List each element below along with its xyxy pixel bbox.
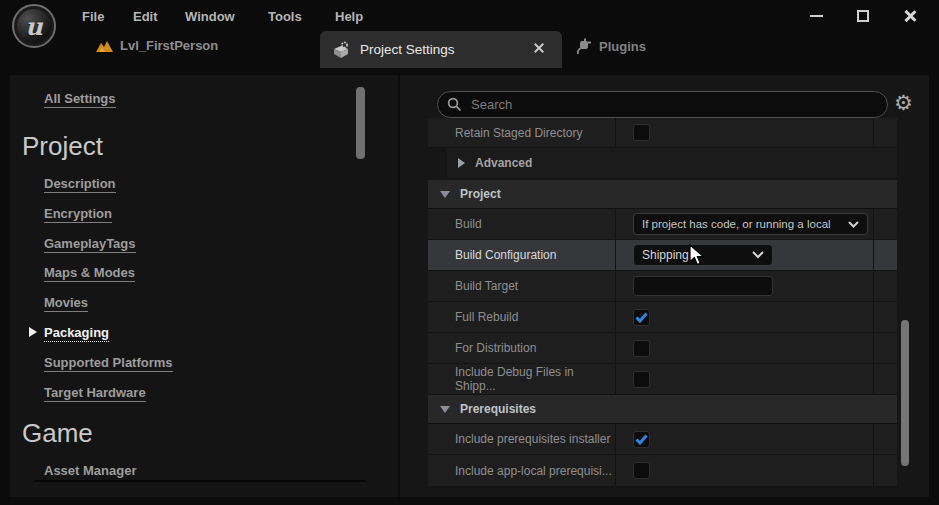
sidebar-item-movies[interactable]: Movies	[44, 295, 88, 312]
setting-row-full-rebuild: Full Rebuild	[428, 302, 897, 333]
setting-row-build-configuration[interactable]: Build Configuration Shipping	[428, 240, 897, 271]
tab-close-button[interactable]	[532, 41, 546, 55]
build-configuration-value: Shipping	[642, 248, 689, 262]
tab-project-settings-label: Project Settings	[360, 42, 455, 57]
sidebar-item-asset-manager[interactable]: Asset Manager	[44, 463, 136, 479]
sidebar-item-description[interactable]: Description	[44, 176, 116, 193]
setting-label: Include prerequisites installer	[428, 424, 616, 454]
setting-label: For Distribution	[428, 333, 616, 363]
chevron-down-icon	[752, 251, 764, 259]
full-rebuild-checkbox[interactable]	[633, 309, 650, 326]
window-close-button[interactable]	[899, 6, 921, 26]
minimize-icon	[810, 15, 823, 17]
sidebar-item-supported-platforms[interactable]: Supported Platforms	[44, 355, 173, 372]
setting-label: Build	[428, 209, 616, 239]
settings-table: Retain Staged Directory Advanced Project…	[428, 118, 897, 487]
collapse-arrow-icon	[440, 406, 450, 413]
menu-edit[interactable]: Edit	[133, 9, 158, 24]
window-maximize-button[interactable]	[852, 6, 874, 26]
sidebar-scrollbar-thumb[interactable]	[356, 87, 365, 159]
build-dropdown[interactable]: If project has code, or running a local	[633, 213, 868, 235]
checkmark-icon	[635, 434, 648, 445]
sidebar-item-gameplaytags[interactable]: GameplayTags	[44, 236, 136, 253]
setting-row-include-debug-files: Include Debug Files in Shipp...	[428, 364, 897, 395]
tab-project-settings[interactable]: Project Settings	[320, 31, 562, 68]
unreal-editor-window: u File Edit Window Tools Help Lvl_FirstP…	[0, 0, 939, 505]
menu-window[interactable]: Window	[185, 9, 235, 24]
unreal-engine-logo-icon: u	[12, 4, 56, 48]
collapse-arrow-icon	[440, 191, 450, 198]
sidebar-item-packaging[interactable]: Packaging	[44, 325, 109, 342]
include-app-local-checkbox[interactable]	[633, 462, 650, 479]
settings-gear-icon[interactable]: ⚙	[894, 92, 913, 113]
tab-level-label: Lvl_FirstPerson	[120, 38, 218, 53]
search-input[interactable]	[469, 96, 849, 113]
setting-label: Build Configuration	[428, 240, 616, 270]
include-debug-files-checkbox[interactable]	[633, 371, 650, 388]
build-target-input[interactable]	[633, 276, 773, 296]
category-label: Prerequisites	[460, 402, 536, 416]
search-icon	[447, 97, 462, 112]
maximize-icon	[857, 10, 869, 22]
packaging-settings-panel: ⚙ Retain Staged Directory Advanced Proje…	[400, 75, 929, 497]
window-minimize-button[interactable]	[805, 6, 827, 26]
setting-row-include-prerequisites-installer: Include prerequisites installer	[428, 424, 897, 455]
setting-label: Retain Staged Directory	[428, 118, 616, 147]
sidebar-item-encryption[interactable]: Encryption	[44, 206, 112, 223]
retain-staged-checkbox[interactable]	[633, 124, 650, 141]
expander-arrow-icon	[458, 158, 465, 168]
checkmark-icon	[635, 312, 648, 323]
include-prerequisites-checkbox[interactable]	[633, 431, 650, 448]
sidebar-heading-project: Project	[22, 131, 103, 162]
menu-tools[interactable]: Tools	[268, 9, 302, 24]
project-settings-icon	[332, 41, 350, 59]
build-dropdown-value: If project has code, or running a local	[642, 218, 831, 230]
settings-sidebar: All Settings Project Description Encrypt…	[10, 75, 398, 497]
sidebar-divider	[34, 480, 366, 482]
sidebar-heading-game: Game	[22, 418, 93, 449]
setting-label: Full Rebuild	[428, 302, 616, 332]
sidebar-item-target-hardware[interactable]: Target Hardware	[44, 385, 146, 402]
close-icon	[903, 9, 917, 23]
menu-help[interactable]: Help	[335, 9, 363, 24]
category-label: Project	[460, 187, 501, 201]
sidebar-item-all-settings[interactable]: All Settings	[44, 91, 116, 108]
mouse-cursor	[688, 244, 708, 266]
setting-row-build: Build If project has code, or running a …	[428, 209, 897, 240]
menu-file[interactable]: File	[82, 9, 104, 24]
setting-row-for-distribution: For Distribution	[428, 333, 897, 364]
settings-scrollbar-thumb[interactable]	[901, 320, 909, 466]
tab-plugins-label: Plugins	[599, 39, 646, 54]
tab-level[interactable]: Lvl_FirstPerson	[96, 38, 218, 53]
plugins-icon	[575, 38, 591, 55]
setting-label: Include app-local prerequisi...	[428, 455, 616, 486]
setting-row-include-app-local-prerequisites: Include app-local prerequisi...	[428, 455, 897, 487]
level-icon	[96, 39, 113, 53]
for-distribution-checkbox[interactable]	[633, 340, 650, 357]
setting-label: Build Target	[428, 271, 616, 301]
setting-label: Include Debug Files in Shipp...	[428, 364, 616, 394]
settings-search[interactable]	[437, 91, 888, 118]
selected-item-arrow-icon	[29, 327, 37, 337]
setting-row-retain-staged-directory: Retain Staged Directory	[428, 118, 897, 148]
category-header-project[interactable]: Project	[428, 180, 897, 209]
advanced-expander-row[interactable]: Advanced	[447, 148, 897, 179]
setting-row-build-target: Build Target	[428, 271, 897, 302]
category-header-prerequisites[interactable]: Prerequisites	[428, 395, 897, 424]
tab-plugins[interactable]: Plugins	[575, 38, 646, 55]
sidebar-item-maps-modes[interactable]: Maps & Modes	[44, 265, 135, 282]
chevron-down-icon	[848, 221, 859, 228]
advanced-label: Advanced	[475, 156, 532, 170]
